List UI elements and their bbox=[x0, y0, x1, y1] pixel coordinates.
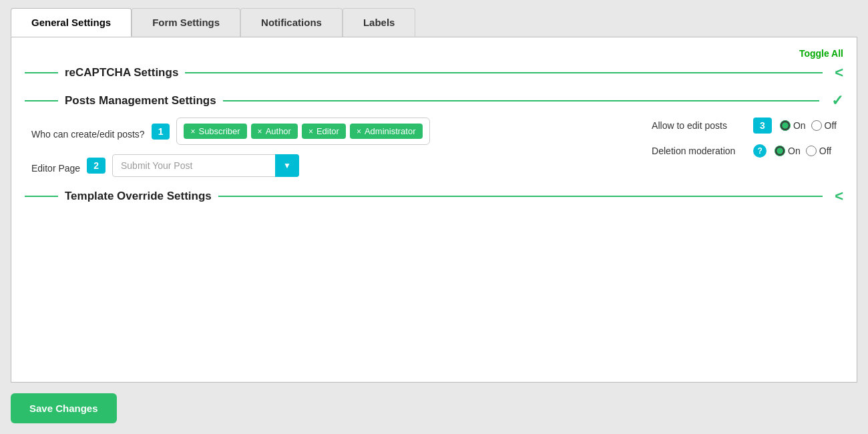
recaptcha-section-header: reCAPTCHA Settings < bbox=[25, 64, 843, 81]
deletion-radio-group: On Off bbox=[775, 146, 831, 156]
template-override-title: Template Override Settings bbox=[65, 190, 212, 203]
deletion-moderation-row: Deletion moderation ? On Off bbox=[652, 144, 837, 158]
tag-subscriber-remove[interactable]: × bbox=[190, 127, 195, 136]
template-line-right bbox=[218, 196, 823, 197]
editor-page-row: Editor Page 2 Submit Your Post bbox=[31, 154, 430, 177]
deletion-on-label[interactable]: On bbox=[775, 146, 801, 156]
template-override-section: Template Override Settings < bbox=[25, 188, 843, 205]
who-edit-badge: 1 bbox=[152, 124, 170, 140]
deletion-moderation-label: Deletion moderation bbox=[652, 146, 745, 156]
tag-editor-remove[interactable]: × bbox=[308, 127, 313, 136]
left-fields: Who can create/edit posts? 1 × Subscribe… bbox=[31, 118, 430, 177]
editor-page-badge: 2 bbox=[87, 158, 105, 174]
posts-management-section: Posts Management Settings ✓ Who can crea… bbox=[25, 92, 843, 177]
tag-administrator-label: Administrator bbox=[365, 126, 416, 136]
deletion-help-icon[interactable]: ? bbox=[753, 144, 767, 158]
template-override-header: Template Override Settings < bbox=[25, 188, 843, 205]
tag-administrator-remove[interactable]: × bbox=[357, 127, 361, 136]
tag-subscriber-label: Subscriber bbox=[198, 126, 240, 136]
allow-edit-row: Allow to edit posts 3 On Off bbox=[652, 118, 837, 134]
posts-management-title: Posts Management Settings bbox=[65, 94, 216, 107]
deletion-off-label[interactable]: Off bbox=[806, 146, 831, 156]
posts-management-header: Posts Management Settings ✓ bbox=[25, 92, 843, 110]
allow-edit-label: Allow to edit posts bbox=[652, 120, 745, 131]
deletion-off-text: Off bbox=[819, 146, 831, 156]
template-override-chevron[interactable]: < bbox=[835, 188, 843, 205]
recaptcha-section: reCAPTCHA Settings < bbox=[25, 64, 843, 81]
template-line-left bbox=[25, 196, 58, 197]
tag-subscriber[interactable]: × Subscriber bbox=[184, 124, 246, 139]
allow-edit-on-label[interactable]: On bbox=[780, 120, 806, 131]
content-area: Toggle All reCAPTCHA Settings < Posts Ma… bbox=[11, 37, 857, 383]
editor-page-dropdown-wrapper: Submit Your Post bbox=[112, 154, 299, 177]
allow-edit-radio-group: On Off bbox=[780, 120, 837, 131]
posts-line-right bbox=[223, 100, 819, 101]
recaptcha-title: reCAPTCHA Settings bbox=[65, 66, 178, 79]
posts-line-left bbox=[25, 100, 58, 101]
tab-form-settings[interactable]: Form Settings bbox=[132, 8, 240, 37]
who-edit-label: Who can create/edit posts? bbox=[31, 124, 145, 140]
who-edit-row: Who can create/edit posts? 1 × Subscribe… bbox=[31, 118, 430, 145]
save-changes-button[interactable]: Save Changes bbox=[11, 393, 117, 423]
tag-author-remove[interactable]: × bbox=[258, 127, 262, 136]
toggle-all-row: Toggle All bbox=[25, 48, 843, 59]
tag-author-label: Author bbox=[266, 126, 291, 136]
allow-edit-off-radio[interactable] bbox=[811, 120, 822, 131]
editor-page-select[interactable]: Submit Your Post bbox=[112, 154, 299, 177]
allow-edit-badge: 3 bbox=[753, 118, 772, 134]
recaptcha-line-left bbox=[25, 72, 58, 73]
toggle-all-label[interactable]: Toggle All bbox=[799, 48, 843, 59]
deletion-off-radio[interactable] bbox=[806, 146, 817, 156]
deletion-on-radio[interactable] bbox=[775, 146, 785, 156]
posts-management-chevron[interactable]: ✓ bbox=[831, 92, 843, 110]
deletion-on-text: On bbox=[788, 146, 801, 156]
allow-edit-on-text: On bbox=[793, 120, 806, 131]
roles-tag-box[interactable]: × Subscriber × Author × Editor bbox=[176, 118, 429, 145]
allow-edit-on-radio[interactable] bbox=[780, 120, 791, 131]
right-fields: Allow to edit posts 3 On Off bbox=[652, 118, 837, 158]
tag-editor-label: Editor bbox=[316, 126, 339, 136]
editor-page-label: Editor Page bbox=[31, 158, 80, 174]
tabs-container: General Settings Form Settings Notificat… bbox=[11, 8, 857, 37]
page-wrapper: General Settings Form Settings Notificat… bbox=[0, 0, 868, 434]
tag-editor[interactable]: × Editor bbox=[302, 124, 346, 139]
tag-administrator[interactable]: × Administrator bbox=[350, 124, 423, 139]
allow-edit-off-text: Off bbox=[825, 120, 837, 131]
tab-labels[interactable]: Labels bbox=[343, 8, 416, 37]
allow-edit-off-label[interactable]: Off bbox=[811, 120, 837, 131]
posts-fields-row: Who can create/edit posts? 1 × Subscribe… bbox=[25, 118, 843, 177]
tab-general-settings[interactable]: General Settings bbox=[11, 8, 132, 37]
recaptcha-chevron[interactable]: < bbox=[835, 64, 843, 81]
recaptcha-line-right bbox=[185, 72, 823, 73]
tag-author[interactable]: × Author bbox=[251, 124, 298, 139]
tab-notifications[interactable]: Notifications bbox=[240, 8, 343, 37]
